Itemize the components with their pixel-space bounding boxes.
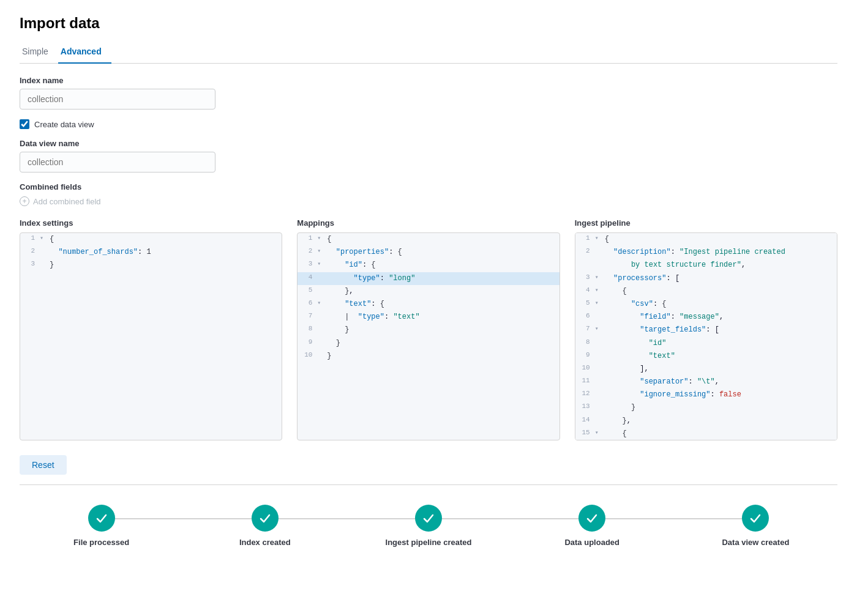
code-line: 4 "type": "long" — [298, 272, 559, 285]
step-file-processed: File processed — [20, 505, 183, 547]
mappings-editor[interactable]: 1 ▾ { 2 ▾ "properties": { 3 ▾ "id": { — [297, 232, 559, 440]
code-line: 3 } — [20, 259, 282, 272]
code-line: 4 ▾ { — [575, 285, 837, 298]
checkmark-icon — [258, 511, 272, 525]
data-view-name-label: Data view name — [20, 139, 837, 148]
code-line: 13 } — [575, 401, 837, 414]
step-ingest-pipeline-created-circle — [415, 505, 442, 532]
step-data-uploaded: Data uploaded — [511, 505, 674, 547]
code-line: 9 } — [298, 337, 559, 350]
code-line: 2 "number_of_shards": 1 — [20, 246, 282, 259]
code-line: 1 ▾ { — [575, 233, 837, 246]
step-ingest-pipeline-created-label: Ingest pipeline created — [386, 538, 472, 547]
code-line: 5 }, — [298, 285, 559, 298]
code-line: 3 ▾ "id": { — [298, 259, 559, 272]
step-file-processed-label: File processed — [73, 538, 129, 547]
checkmark-icon — [422, 511, 435, 525]
data-view-name-section: Data view name — [20, 139, 837, 173]
code-line: 2 ▾ "properties": { — [298, 246, 559, 259]
checkmark-icon — [95, 511, 108, 525]
step-index-created-circle — [252, 505, 279, 532]
index-name-input[interactable] — [20, 89, 215, 109]
code-line: 8 } — [298, 324, 559, 336]
checkmark-icon — [749, 511, 762, 525]
combined-fields-label: Combined fields — [20, 182, 837, 191]
progress-steps: File processed Index created Ingest pipe… — [20, 485, 837, 566]
reset-button[interactable]: Reset — [20, 455, 67, 475]
code-line: 1 ▾ { — [298, 233, 559, 246]
index-name-section: Index name — [20, 76, 837, 109]
code-line: 3 ▾ "processors": [ — [575, 272, 837, 285]
tab-simple[interactable]: Simple — [20, 42, 58, 64]
step-data-view-created: Data view created — [674, 505, 837, 547]
combined-fields-section: Combined fields + Add combined field — [20, 182, 837, 206]
index-settings-title: Index settings — [20, 218, 282, 228]
step-data-uploaded-circle — [578, 505, 605, 532]
code-line: 1 ▾ { — [20, 233, 282, 246]
checkmark-icon — [585, 511, 599, 525]
code-line: 11 "separator": "\t", — [575, 376, 837, 388]
mappings-panel: Mappings 1 ▾ { 2 ▾ "properties": { 3 — [297, 218, 559, 440]
step-data-view-created-circle — [742, 505, 769, 532]
editors-row: Index settings 1 ▾ { 2 "number_of_shards… — [20, 218, 837, 440]
ingest-pipeline-panel: Ingest pipeline 1 ▾ { 2 "description": "… — [575, 218, 837, 440]
data-view-name-input[interactable] — [20, 152, 215, 173]
code-line: 7 ▾ "target_fields": [ — [575, 324, 837, 336]
plus-icon: + — [20, 196, 29, 206]
code-line: 7 | "type": "text" — [298, 311, 559, 324]
code-line: 5 ▾ "csv": { — [575, 298, 837, 311]
index-settings-editor[interactable]: 1 ▾ { 2 "number_of_shards": 1 3 } — [20, 232, 282, 440]
add-combined-field-label: Add combined field — [33, 197, 101, 206]
step-index-created: Index created — [183, 505, 346, 547]
index-name-label: Index name — [20, 76, 837, 85]
tab-advanced[interactable]: Advanced — [58, 42, 111, 64]
add-combined-field-button[interactable]: + Add combined field — [20, 196, 837, 206]
page-title: Import data — [20, 15, 837, 32]
code-line: 6 ▾ "text": { — [298, 298, 559, 311]
step-data-uploaded-label: Data uploaded — [564, 538, 619, 547]
create-data-view-row: Create data view — [20, 119, 837, 129]
ingest-pipeline-title: Ingest pipeline — [575, 218, 837, 228]
code-line: by text structure finder", — [575, 259, 837, 272]
ingest-pipeline-editor[interactable]: 1 ▾ { 2 "description": "Ingest pipeline … — [575, 232, 837, 440]
tabs-container: Simple Advanced — [20, 42, 837, 64]
code-line: 6 "field": "message", — [575, 311, 837, 324]
create-data-view-label: Create data view — [34, 120, 94, 129]
code-line: 2 "description": "Ingest pipeline create… — [575, 246, 837, 259]
code-line: 15 ▾ { — [575, 428, 837, 440]
code-line: 12 "ignore_missing": false — [575, 388, 837, 401]
step-data-view-created-label: Data view created — [722, 538, 789, 547]
code-line: 14 }, — [575, 415, 837, 428]
step-file-processed-circle — [88, 505, 115, 532]
code-line: 10 ], — [575, 363, 837, 376]
code-line: 10 } — [298, 350, 559, 363]
step-ingest-pipeline-created: Ingest pipeline created — [346, 505, 510, 547]
code-line: 8 "id" — [575, 337, 837, 350]
index-settings-panel: Index settings 1 ▾ { 2 "number_of_shards… — [20, 218, 282, 440]
step-index-created-label: Index created — [239, 538, 291, 547]
code-line: 9 "text" — [575, 350, 837, 363]
mappings-title: Mappings — [297, 218, 559, 228]
create-data-view-checkbox[interactable] — [20, 119, 29, 129]
